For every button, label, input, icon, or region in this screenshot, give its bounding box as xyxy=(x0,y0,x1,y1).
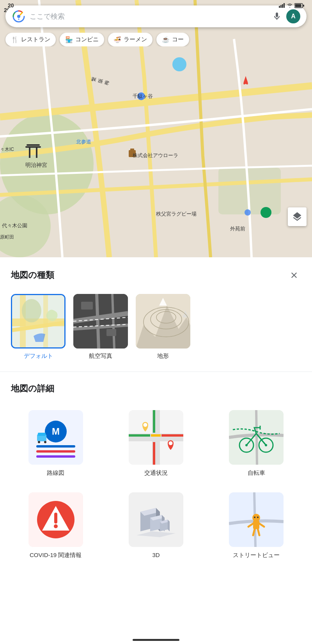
svg-rect-41 xyxy=(36,450,75,453)
battery-icon xyxy=(294,3,304,8)
svg-rect-52 xyxy=(153,410,155,433)
svg-rect-31 xyxy=(81,302,93,310)
map-area[interactable]: 明治神宮 北参道 株式会社アウローラ 千駄ヶ谷 秩父宮ラグビー場 外苑前 代々木… xyxy=(0,0,312,257)
detail-bicycle[interactable]: 自転車 xyxy=(206,402,307,485)
map-type-terrain-thumb xyxy=(136,294,190,349)
svg-rect-78 xyxy=(253,520,259,529)
restaurant-icon: 🍴 xyxy=(11,36,19,43)
wifi-icon xyxy=(287,3,293,8)
map-type-default[interactable]: デフォルト xyxy=(11,294,66,360)
svg-rect-42 xyxy=(36,455,75,458)
map-detail-header: 地図の詳細 xyxy=(0,372,312,402)
chichibunomiya-label: 秩父宮ラグビー場 xyxy=(156,211,197,218)
svg-rect-50 xyxy=(151,434,161,437)
detail-traffic[interactable]: 交通状況 xyxy=(106,402,206,485)
svg-rect-44 xyxy=(38,433,46,436)
search-input-placeholder[interactable]: ここで検索 xyxy=(30,12,268,21)
detail-covid[interactable]: COVID-19 関連情報 xyxy=(5,485,106,567)
google-maps-logo xyxy=(12,9,26,23)
bottom-handle xyxy=(133,639,179,641)
detail-streetview[interactable]: ストリートビュー xyxy=(206,485,307,567)
detail-3d[interactable]: 3D xyxy=(106,485,206,567)
chip-ramen[interactable]: 🍜 ラーメン xyxy=(108,33,152,46)
torii-icon xyxy=(23,140,43,161)
svg-point-79 xyxy=(252,514,260,522)
svg-point-13 xyxy=(245,209,251,216)
meiji-jingu-label: 明治神宮 xyxy=(25,162,47,169)
map-type-aerial[interactable]: 航空写真 xyxy=(73,294,128,360)
detail-traffic-thumb xyxy=(129,410,183,465)
map-type-terrain[interactable]: 地形 xyxy=(136,294,190,360)
detail-covid-label: COVID-19 関連情報 xyxy=(30,552,82,559)
svg-rect-1 xyxy=(280,5,282,8)
svg-rect-6 xyxy=(295,4,301,7)
svg-point-46 xyxy=(44,441,46,443)
map-detail-grid: M 路線図 xyxy=(0,402,312,575)
svg-point-85 xyxy=(257,517,259,518)
map-type-title: 地図の種類 xyxy=(11,269,54,281)
svg-rect-3 xyxy=(284,3,285,8)
svg-rect-2 xyxy=(282,4,283,8)
svg-rect-5 xyxy=(303,5,304,7)
detail-transit[interactable]: M 路線図 xyxy=(5,402,106,485)
detail-bicycle-thumb xyxy=(229,410,284,465)
svg-point-27 xyxy=(22,299,41,322)
aurora-label: 株式会社アウローラ xyxy=(133,152,178,159)
bottom-sheet: 地図の種類 デフォルト xyxy=(0,257,312,644)
map-type-aerial-thumb xyxy=(73,294,128,349)
detail-covid-thumb xyxy=(28,492,83,547)
svg-rect-53 xyxy=(153,442,155,465)
mic-icon[interactable] xyxy=(271,11,282,22)
svg-rect-15 xyxy=(130,149,134,151)
status-icons xyxy=(279,3,304,8)
layer-button[interactable] xyxy=(288,207,307,226)
map-type-grid: デフォルト 航空写真 xyxy=(0,290,312,372)
chip-restaurant[interactable]: 🍴 レストラン xyxy=(5,33,56,46)
status-time: 20 xyxy=(8,2,14,9)
map-type-header: 地図の種類 xyxy=(0,257,312,290)
svg-rect-26 xyxy=(43,295,48,349)
kitasando-label: 北参道 xyxy=(76,138,91,145)
chip-convenience-label: コンビニ xyxy=(75,36,99,43)
status-bar: 20 xyxy=(0,0,312,11)
svg-rect-64 xyxy=(54,513,57,524)
detail-transit-label: 路線図 xyxy=(47,469,64,477)
close-button[interactable] xyxy=(287,268,301,282)
user-avatar[interactable]: A xyxy=(286,9,300,23)
chip-ramen-label: ラーメン xyxy=(124,36,147,43)
map-detail-title: 地図の詳細 xyxy=(11,384,54,393)
svg-rect-32 xyxy=(106,329,116,336)
svg-point-54 xyxy=(143,423,147,427)
ramen-icon: 🍜 xyxy=(113,36,121,43)
detail-streetview-label: ストリートビュー xyxy=(233,552,280,559)
detail-3d-thumb xyxy=(129,492,183,547)
svg-point-45 xyxy=(38,441,40,443)
svg-rect-18 xyxy=(27,144,40,146)
svg-point-65 xyxy=(54,524,58,528)
ki-ic-label: 々木IC xyxy=(0,146,14,153)
svg-rect-40 xyxy=(36,445,75,448)
detail-3d-label: 3D xyxy=(152,552,160,558)
chip-convenience[interactable]: 🏪 コンビニ xyxy=(60,33,104,46)
chip-coffee[interactable]: ☕ コー xyxy=(156,33,189,46)
svg-point-11 xyxy=(172,57,186,71)
gaienmae-label: 外苑前 xyxy=(230,225,245,232)
svg-marker-75 xyxy=(168,520,170,531)
svg-point-55 xyxy=(168,441,172,445)
map-type-terrain-label: 地形 xyxy=(157,352,169,360)
bottom-indicator-container xyxy=(0,575,312,590)
svg-point-22 xyxy=(17,15,20,18)
detail-traffic-label: 交通状況 xyxy=(144,469,168,477)
map-type-aerial-label: 航空写真 xyxy=(89,352,112,360)
signal-icon xyxy=(279,3,285,8)
coffee-chip-icon: ☕ xyxy=(162,36,170,43)
detail-bicycle-label: 自転車 xyxy=(248,469,265,477)
close-icon xyxy=(289,271,299,280)
chip-restaurant-label: レストラン xyxy=(21,36,50,43)
detail-transit-thumb: M xyxy=(28,410,83,465)
detail-streetview-thumb xyxy=(229,492,284,547)
svg-rect-20 xyxy=(36,148,37,158)
haramachida-label: 原町田 xyxy=(0,234,14,241)
map-type-default-thumb xyxy=(11,294,66,349)
svg-rect-51 xyxy=(161,434,183,437)
